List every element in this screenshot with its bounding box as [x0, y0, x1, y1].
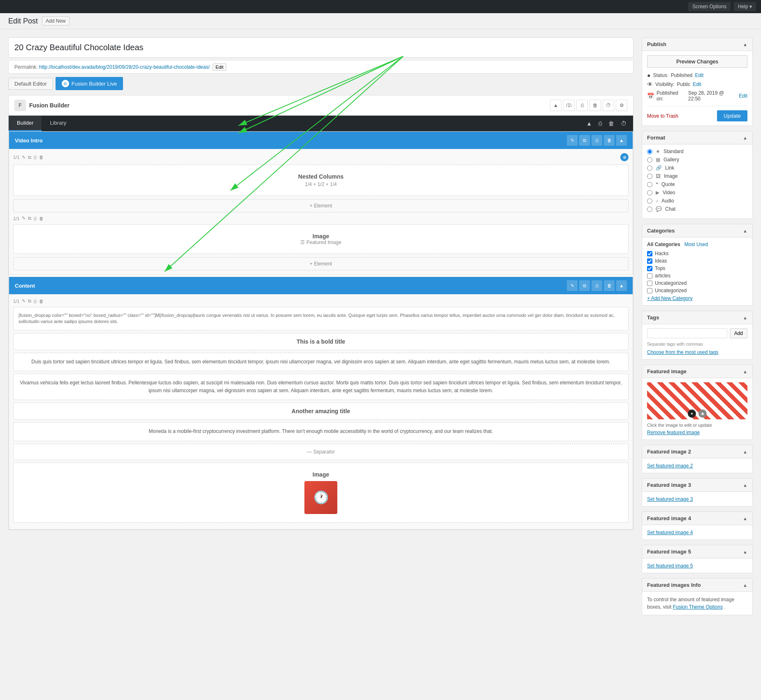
- tags-input[interactable]: [647, 328, 727, 338]
- tab-icon-2[interactable]: ⎙: [596, 118, 604, 129]
- row-clone-btn[interactable]: ⧉: [28, 155, 31, 160]
- section-clone-btn[interactable]: ⧉: [579, 135, 590, 146]
- remove-featured-link[interactable]: Remove featured image: [647, 430, 700, 435]
- format-toggle-btn[interactable]: ▲: [743, 135, 747, 140]
- preview-changes-button[interactable]: Preview Changes: [647, 55, 747, 68]
- add-element-btn-2[interactable]: + Element: [13, 257, 629, 270]
- cat-tab-most-used[interactable]: Most Used: [684, 242, 708, 247]
- format-video-label: Video: [663, 190, 675, 195]
- fb-ctrl-print[interactable]: ⎙: [576, 100, 588, 111]
- nested-columns-subtitle: 1/4 + 1/2 + 1/4: [22, 181, 620, 187]
- content-block-body-2: Vivamus vehicula felis eget lectus laore…: [13, 374, 629, 400]
- featured-images-info-toggle[interactable]: ▲: [743, 583, 747, 588]
- default-editor-button[interactable]: Default Editor: [8, 78, 53, 90]
- format-link-radio[interactable]: [647, 165, 652, 171]
- featured-image-5-toggle[interactable]: ▲: [743, 549, 747, 554]
- fb-ctrl-history[interactable]: ⏱: [603, 100, 614, 111]
- row2-print-btn[interactable]: ⎙: [34, 216, 37, 221]
- format-box-header: Format ▲: [642, 131, 752, 144]
- featured-image-toggle[interactable]: ▲: [743, 369, 747, 374]
- tags-toggle-btn[interactable]: ▲: [743, 315, 747, 320]
- set-featured-image-3-link[interactable]: Set featured image 3: [647, 496, 693, 502]
- row2-edit-btn[interactable]: ✎: [22, 216, 26, 221]
- featured-image-3-toggle[interactable]: ▲: [743, 483, 747, 488]
- fusion-theme-options-link[interactable]: Fusion Theme Options: [673, 604, 723, 610]
- section2-collapse-btn[interactable]: ▲: [616, 280, 627, 291]
- fb-ctrl-2[interactable]: /1\: [563, 100, 575, 111]
- screen-options-btn[interactable]: Screen Options: [688, 2, 731, 11]
- add-tag-button[interactable]: Add: [730, 328, 747, 338]
- fb-ctrl-trash[interactable]: 🗑: [589, 100, 601, 111]
- row-delete-btn[interactable]: 🗑: [39, 155, 44, 160]
- section2-delete-btn[interactable]: 🗑: [604, 280, 615, 291]
- cat-uncat2-checkbox[interactable]: [647, 288, 652, 293]
- cat-articles-checkbox[interactable]: [647, 273, 652, 279]
- featured-image-thumbnail[interactable]: ● ◉: [647, 382, 747, 419]
- tags-hint: Separate tags with commas: [647, 342, 747, 347]
- section-collapse-btn[interactable]: ▲: [616, 135, 627, 146]
- row-print-btn[interactable]: ⎙: [34, 155, 37, 160]
- content-row-clone[interactable]: ⧉: [28, 298, 31, 304]
- section2-edit-btn[interactable]: ✎: [567, 280, 578, 291]
- format-video-radio[interactable]: [647, 190, 652, 195]
- help-btn[interactable]: Help ▾: [734, 2, 756, 11]
- section2-clone-btn[interactable]: ⧉: [579, 280, 590, 291]
- publish-date-edit[interactable]: Edit: [739, 93, 747, 99]
- publish-visibility-edit[interactable]: Edit: [693, 81, 701, 87]
- cat-hacks-checkbox[interactable]: [647, 251, 652, 256]
- row2-delete-btn[interactable]: 🗑: [39, 216, 44, 221]
- format-audio-radio[interactable]: [647, 198, 652, 204]
- content-row-print[interactable]: ⎙: [34, 299, 37, 304]
- publish-toggle-btn[interactable]: ▲: [743, 42, 747, 47]
- cat-item-tops: Tops: [647, 265, 747, 271]
- move-to-trash-link[interactable]: Move to Trash: [647, 113, 678, 119]
- permalink-url[interactable]: http://localhost/dev.avada/blog/2019/09/…: [39, 64, 210, 70]
- publish-status-edit[interactable]: Edit: [695, 72, 704, 78]
- format-image-radio[interactable]: [647, 174, 652, 179]
- tab-icon-1[interactable]: ▲: [584, 118, 594, 129]
- format-gallery-icon: ▦: [656, 157, 660, 163]
- row2-clone-btn[interactable]: ⧉: [28, 216, 31, 221]
- section-delete-btn[interactable]: 🗑: [604, 135, 615, 146]
- format-gallery-radio[interactable]: [647, 157, 652, 163]
- tab-icon-4[interactable]: ⏱: [618, 118, 629, 129]
- cat-ideas-checkbox[interactable]: [647, 258, 652, 264]
- choose-tags-link[interactable]: Choose from the most used tags: [647, 349, 718, 355]
- set-featured-image-5-link[interactable]: Set featured image 5: [647, 563, 693, 569]
- categories-title: Categories: [647, 228, 675, 234]
- tab-library[interactable]: Library: [42, 116, 74, 131]
- cat-tops-checkbox[interactable]: [647, 266, 652, 271]
- section-content-header: Content ✎ ⧉ ⎙ 🗑 ▲: [9, 277, 633, 294]
- format-quote-radio[interactable]: [647, 182, 652, 187]
- section2-print-btn[interactable]: ⎙: [592, 280, 602, 291]
- cat-tab-all[interactable]: All Categories: [647, 242, 680, 247]
- content-row-edit[interactable]: ✎: [22, 298, 26, 304]
- row-2-label: 1/1: [13, 216, 19, 221]
- fb-ctrl-settings[interactable]: ⚙: [616, 100, 627, 111]
- section-print-btn[interactable]: ⎙: [592, 135, 602, 146]
- featured-image-4-toggle[interactable]: ▲: [743, 516, 747, 521]
- format-link-icon: 🔗: [656, 165, 662, 171]
- featured-image-body: ● ◉ Click the image to edit or update Re…: [642, 378, 752, 440]
- format-standard-radio[interactable]: [647, 149, 652, 154]
- section-edit-btn[interactable]: ✎: [567, 135, 578, 146]
- tab-builder[interactable]: Builder: [9, 116, 42, 131]
- row-collapse-btn[interactable]: ⊕: [620, 153, 629, 161]
- permalink-edit-button[interactable]: Edit: [213, 63, 226, 71]
- add-element-btn-1[interactable]: + Element: [13, 199, 629, 212]
- categories-toggle-btn[interactable]: ▲: [743, 228, 747, 233]
- cat-uncat1-checkbox[interactable]: [647, 281, 652, 286]
- post-title-input[interactable]: [9, 38, 633, 57]
- set-featured-image-2-link[interactable]: Set featured image 2: [647, 463, 693, 469]
- featured-image-2-toggle[interactable]: ▲: [743, 449, 747, 454]
- add-new-button[interactable]: Add New: [42, 16, 70, 26]
- tab-icon-3[interactable]: 🗑: [606, 118, 617, 129]
- set-featured-image-4-link[interactable]: Set featured image 4: [647, 530, 693, 535]
- fb-ctrl-1[interactable]: ▲: [550, 100, 561, 111]
- format-chat-radio[interactable]: [647, 207, 652, 212]
- add-new-category-link[interactable]: + Add New Category: [647, 295, 692, 301]
- update-button[interactable]: Update: [717, 110, 747, 121]
- row-edit-btn[interactable]: ✎: [22, 155, 26, 160]
- fusion-builder-button[interactable]: ⚙ Fusion Builder Live: [56, 77, 123, 90]
- content-row-delete[interactable]: 🗑: [39, 299, 44, 304]
